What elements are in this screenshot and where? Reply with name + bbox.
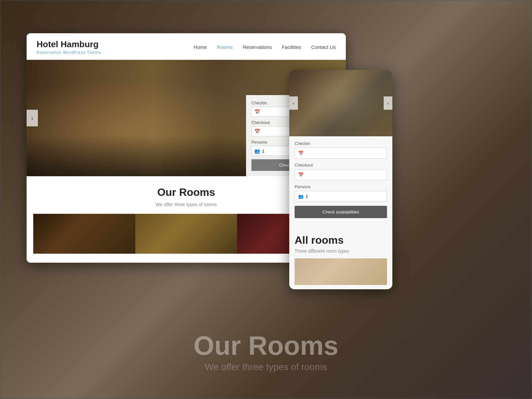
- mobile-calendar-icon-checkin: 📅: [298, 151, 304, 156]
- room-thumb-1[interactable]: [33, 214, 135, 254]
- nav-contact[interactable]: Contact Us: [311, 44, 336, 50]
- mobile-check-avail-button[interactable]: Check availabilities: [295, 206, 387, 218]
- mobile-hero-image: ‹ ›: [289, 70, 392, 136]
- persons-value-partial: 1: [262, 149, 264, 154]
- mobile-calendar-icon-checkout: 📅: [298, 172, 304, 177]
- nav-rooms[interactable]: Rooms: [217, 44, 233, 50]
- nav-home[interactable]: Home: [194, 44, 207, 50]
- mobile-slider-prev[interactable]: ‹: [289, 96, 298, 110]
- mobile-rooms-heading: All rooms: [295, 234, 387, 246]
- background-text: Our Rooms We offer three types of rooms: [0, 330, 532, 372]
- mobile-booking-form: Checkin 📅 Checkout 📅 Persons 👥 1 Check a…: [289, 136, 392, 229]
- mobile-checkin-input[interactable]: 📅: [295, 148, 387, 159]
- mobile-rooms-subheading: Three different room types: [295, 248, 387, 254]
- site-logo: Hotel Hamburg Reservation WordPress Them…: [37, 39, 101, 55]
- bg-rooms-heading: Our Rooms: [0, 330, 532, 362]
- mobile-checkin-label: Checkin: [295, 141, 387, 146]
- mobile-slider-next[interactable]: ›: [384, 96, 392, 110]
- mobile-checkout-label: Checkout: [295, 163, 387, 168]
- bg-rooms-subheading: We offer three types of rooms: [0, 362, 532, 372]
- mobile-panel: ‹ › Checkin 📅 Checkout 📅 Persons 👥 1 Che…: [289, 70, 392, 289]
- site-title: Hotel Hamburg: [37, 39, 101, 50]
- mobile-persons-label: Persons: [295, 184, 387, 189]
- nav-reservations[interactable]: Reservations: [243, 44, 272, 50]
- persons-icon-partial: 👥: [254, 148, 260, 154]
- mobile-checkout-input[interactable]: 📅: [295, 169, 387, 180]
- site-tagline: Reservation WordPress Theme: [37, 50, 101, 55]
- site-header: Hotel Hamburg Reservation WordPress Them…: [27, 33, 346, 60]
- mobile-persons-icon: 👥: [298, 194, 304, 199]
- slider-prev-button[interactable]: ‹: [27, 110, 38, 126]
- calendar-icon-checkout: 📅: [254, 129, 260, 134]
- mobile-persons-value: 1: [306, 194, 308, 199]
- mobile-room-thumb[interactable]: [295, 258, 387, 285]
- mobile-rooms-section: All rooms Three different room types: [289, 229, 392, 289]
- room-thumb-2[interactable]: [135, 214, 237, 254]
- main-nav: Home Rooms Reservations Facilities Conta…: [194, 44, 336, 50]
- nav-facilities[interactable]: Facilities: [282, 44, 301, 50]
- calendar-icon-checkin: 📅: [254, 109, 260, 114]
- mobile-persons-input[interactable]: 👥 1: [295, 191, 387, 202]
